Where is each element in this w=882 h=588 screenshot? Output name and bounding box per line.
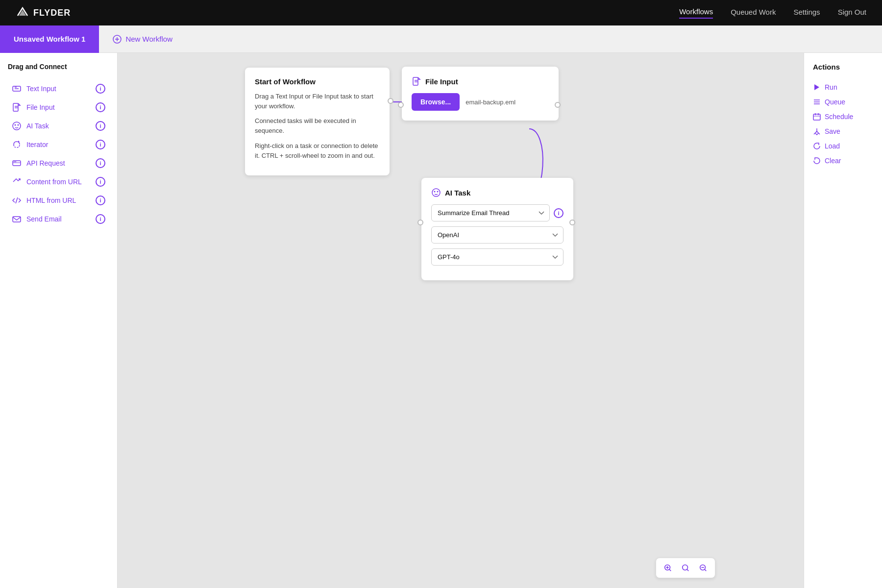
nav-sign-out[interactable]: Sign Out — [838, 8, 866, 18]
sidebar-item-send-email[interactable]: Send Email i — [8, 210, 109, 228]
send-email-icon — [12, 214, 22, 224]
ai-task-card-title: AI Task — [445, 189, 470, 197]
zoom-reset-button[interactable] — [679, 561, 692, 575]
file-input-icon — [12, 102, 22, 112]
ai-task-card-icon — [431, 188, 441, 197]
navigation: FLYDER Workflows Queued Work Settings Si… — [0, 0, 882, 25]
ai-task-card: AI Task Summarize Email Thread Summarize… — [421, 178, 573, 280]
html-url-info[interactable]: i — [96, 196, 105, 205]
sidebar-item-ai-task[interactable]: AI Task i — [8, 117, 109, 135]
svg-line-29 — [687, 569, 688, 571]
svg-rect-6 — [13, 103, 18, 111]
main-content: Drag and Connect Text Input i — [0, 53, 882, 588]
sidebar-item-text-input[interactable]: Text Input i — [8, 79, 109, 98]
ai-task-icon — [12, 121, 22, 131]
sidebar-item-api-request[interactable]: API Request i — [8, 154, 109, 172]
svg-point-15 — [15, 161, 16, 162]
svg-rect-37 — [813, 114, 820, 120]
svg-rect-17 — [13, 217, 21, 222]
sidebar: Drag and Connect Text Input i — [0, 53, 118, 588]
tab-unsaved-workflow[interactable]: Unsaved Workflow 1 — [0, 25, 99, 53]
ai-provider-select[interactable]: OpenAI Anthropic Google — [431, 226, 564, 244]
svg-point-22 — [434, 191, 436, 193]
workflow-canvas: Start of Workflow Drag a Text Input or F… — [118, 53, 804, 588]
text-input-info[interactable]: i — [96, 84, 105, 94]
sidebar-item-content-url[interactable]: Content from URL i — [8, 172, 109, 191]
start-card-title: Start of Workflow — [255, 77, 380, 86]
svg-point-11 — [18, 124, 19, 126]
text-input-icon — [12, 84, 22, 94]
actions-title: Actions — [813, 63, 873, 71]
api-request-info[interactable]: i — [96, 158, 105, 168]
nav-settings[interactable]: Settings — [793, 8, 820, 18]
ai-task-input-dot — [417, 220, 423, 225]
iterator-info[interactable]: i — [96, 140, 105, 149]
file-input-card-icon — [412, 76, 421, 86]
file-input-info[interactable]: i — [96, 102, 105, 112]
load-icon — [813, 142, 821, 150]
save-icon — [813, 127, 821, 135]
send-email-info[interactable]: i — [96, 214, 105, 224]
tabs-bar: Unsaved Workflow 1 New Workflow — [0, 25, 882, 53]
nav-workflows[interactable]: Workflows — [679, 7, 713, 19]
queue-icon — [813, 98, 821, 106]
sidebar-title: Drag and Connect — [8, 63, 109, 71]
nav-queued-work[interactable]: Queued Work — [731, 8, 776, 18]
ai-task-select[interactable]: Summarize Email Thread Summarize Text Ex… — [431, 204, 550, 221]
connections-svg — [118, 53, 804, 588]
svg-line-16 — [16, 197, 18, 203]
svg-line-27 — [669, 569, 671, 571]
zoom-controls — [656, 558, 715, 578]
start-card-output-dot — [388, 98, 393, 104]
content-url-info[interactable]: i — [96, 177, 105, 187]
svg-point-23 — [437, 191, 439, 193]
run-action[interactable]: Run — [813, 80, 873, 95]
svg-point-9 — [13, 122, 21, 130]
svg-rect-18 — [413, 77, 418, 85]
clear-icon — [813, 157, 821, 165]
file-input-output-dot — [555, 102, 561, 108]
svg-line-32 — [705, 569, 706, 571]
file-input-input-dot — [398, 102, 404, 108]
ai-task-select-info[interactable]: i — [554, 208, 564, 218]
queue-action[interactable]: Queue — [813, 95, 873, 109]
tab-new-workflow[interactable]: New Workflow — [99, 25, 186, 53]
zoom-in-button[interactable] — [661, 561, 675, 575]
ai-task-info[interactable]: i — [96, 121, 105, 131]
app-logo: FLYDER — [16, 6, 71, 20]
zoom-out-icon — [699, 564, 708, 572]
zoom-out-button[interactable] — [696, 561, 710, 575]
start-card-line3: Right-click on a task or connection to d… — [255, 141, 380, 161]
sidebar-item-iterator[interactable]: Iterator i — [8, 135, 109, 154]
load-action[interactable]: Load — [813, 139, 873, 153]
sidebar-item-html-url[interactable]: HTML from URL i — [8, 191, 109, 210]
run-icon — [813, 83, 821, 91]
svg-point-10 — [15, 124, 16, 126]
schedule-action[interactable]: Schedule — [813, 109, 873, 124]
api-request-icon — [12, 158, 22, 168]
new-workflow-label: New Workflow — [125, 35, 172, 43]
logo-text: FLYDER — [33, 8, 71, 18]
svg-point-21 — [432, 189, 440, 196]
file-name-display: email-backup.eml — [466, 98, 515, 106]
zoom-reset-icon — [681, 564, 690, 572]
plus-circle-icon — [113, 35, 122, 44]
file-input-card: File Input Browse... email-backup.eml — [402, 67, 559, 121]
svg-point-14 — [14, 161, 15, 162]
actions-panel: Actions Run Queue Schedule — [804, 53, 882, 588]
sidebar-item-file-input[interactable]: File Input i — [8, 98, 109, 117]
nav-links: Workflows Queued Work Settings Sign Out — [679, 7, 866, 19]
html-url-icon — [12, 196, 22, 205]
schedule-icon — [813, 113, 821, 121]
clear-action[interactable]: Clear — [813, 153, 873, 168]
logo-icon — [16, 6, 29, 20]
start-card-line1: Drag a Text Input or File Input task to … — [255, 92, 380, 111]
start-of-workflow-card: Start of Workflow Drag a Text Input or F… — [245, 68, 390, 175]
svg-point-28 — [683, 565, 688, 570]
file-input-card-title: File Input — [425, 77, 458, 86]
browse-button[interactable]: Browse... — [412, 93, 460, 111]
ai-model-select[interactable]: GPT-4o GPT-4 GPT-3.5 Turbo — [431, 248, 564, 266]
ai-task-output-dot — [569, 220, 575, 225]
save-action[interactable]: Save — [813, 124, 873, 139]
start-card-line2: Connected tasks will be executed in sequ… — [255, 116, 380, 136]
